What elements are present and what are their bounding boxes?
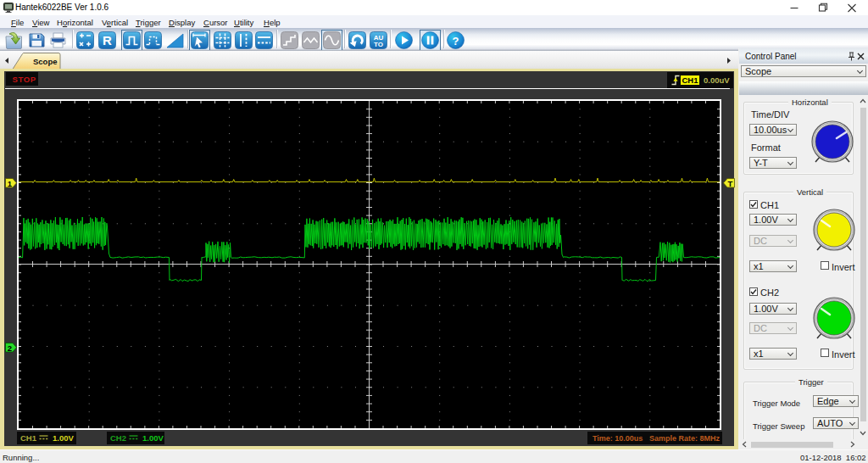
- svg-text:R: R: [103, 33, 112, 47]
- svg-text:2: 2: [7, 343, 11, 352]
- svg-text:TO: TO: [374, 41, 383, 48]
- svg-text:1: 1: [7, 178, 12, 187]
- svg-text:?: ?: [453, 35, 459, 47]
- svg-text:T: T: [728, 178, 733, 187]
